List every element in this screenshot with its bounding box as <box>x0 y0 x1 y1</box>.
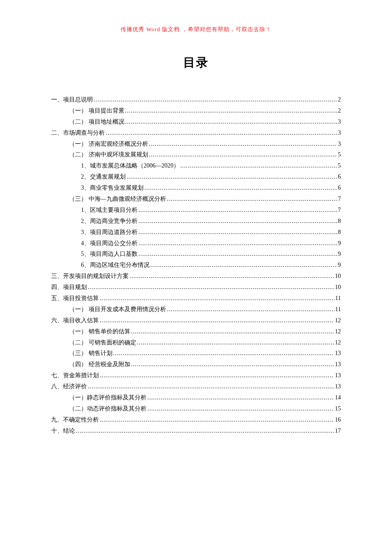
toc-entry[interactable]: 1、区域主要项目分析7 <box>51 205 341 216</box>
toc-entry-page: 10 <box>335 271 341 282</box>
toc-entry[interactable]: 五、项目投资估算11 <box>51 293 341 304</box>
toc-entry-page: 11 <box>335 293 341 304</box>
toc-leader-dots <box>144 182 337 194</box>
toc-leader-dots <box>137 337 334 348</box>
toc-entry-label: （一）静态评价指标及其分析 <box>69 392 147 403</box>
toc-leader-dots <box>100 414 334 425</box>
toc-entry[interactable]: 2、交通发展规划6 <box>51 171 341 182</box>
toc-entry[interactable]: （二）动态评价指标及其分析15 <box>51 403 341 414</box>
toc-entry-label: 二、市场调查与分析 <box>51 127 105 139</box>
toc-entry-label: （四） 经营税金及附加 <box>69 359 130 370</box>
toc-entry-label: （一） 济南宏观经济概况分析 <box>69 139 148 150</box>
toc-entry-page: 9 <box>338 260 341 271</box>
toc-entry[interactable]: （二） 济南中观环境发展规划5 <box>51 149 341 160</box>
toc-leader-dots <box>149 139 337 150</box>
toc-entry-label: 七、资金筹措计划 <box>51 370 99 381</box>
toc-entry-label: 6、周边区域住宅分布情况 <box>81 260 150 271</box>
toc-leader-dots <box>180 160 337 171</box>
toc-entry-page: 8 <box>338 227 341 238</box>
toc-leader-dots <box>138 238 337 249</box>
toc-entry-label: （三） 中海—九曲微观经济概况分析 <box>69 194 166 205</box>
toc-entry[interactable]: 二、市场调查与分析3 <box>51 127 341 139</box>
toc-leader-dots <box>88 381 334 392</box>
toc-leader-dots <box>138 249 337 260</box>
document-page: 传播优秀 Word 版文档 ，希望对您有帮助，可双击去除！ 目录 一、项目总说明… <box>0 0 392 462</box>
toc-entry[interactable]: 三、开发项目的规划设计方案10 <box>51 271 341 282</box>
toc-entry-page: 7 <box>338 205 341 216</box>
toc-entry[interactable]: （三） 中海—九曲微观经济概况分析7 <box>51 194 341 205</box>
toc-entry-label: （一） 销售单价的估算 <box>69 326 130 337</box>
toc-entry[interactable]: 6、周边区域住宅分布情况9 <box>51 260 341 271</box>
toc-entry-label: 1、区域主要项目分析 <box>81 205 138 216</box>
toc-entry[interactable]: 3、项目周边道路分析8 <box>51 227 341 238</box>
toc-entry[interactable]: 5、项目周边人口基数9 <box>51 249 341 260</box>
toc-entry[interactable]: 一、项目总说明2 <box>51 94 341 105</box>
toc-entry-page: 3 <box>338 116 341 127</box>
toc-entry[interactable]: （一） 销售单价的估算12 <box>51 326 341 337</box>
toc-entry-page: 15 <box>335 403 341 414</box>
toc-entry-page: 2 <box>338 105 341 116</box>
toc-entry-label: 四、项目规划 <box>51 282 87 293</box>
toc-entry-page: 16 <box>335 414 341 425</box>
toc-entry[interactable]: （一） 项目提出背景2 <box>51 105 341 116</box>
toc-entry-page: 3 <box>338 127 341 139</box>
toc-entry-label: 3、项目周边道路分析 <box>81 227 138 238</box>
toc-leader-dots <box>130 271 334 282</box>
toc-entry[interactable]: 1、城市发展总体战略（2006—2020）5 <box>51 160 341 171</box>
toc-leader-dots <box>100 315 334 326</box>
toc-entry-page: 7 <box>338 194 341 205</box>
toc-entry-label: 一、项目总说明 <box>51 94 93 105</box>
toc-entry-page: 12 <box>335 326 341 337</box>
toc-entry[interactable]: （三） 销售计划13 <box>51 348 341 359</box>
toc-entry-label: （二） 济南中观环境发展规划 <box>69 149 148 160</box>
toc-entry[interactable]: 四、项目规划10 <box>51 282 341 293</box>
toc-entry[interactable]: （一） 项目开发成本及费用情况分析11 <box>51 304 341 315</box>
toc-entry[interactable]: （一） 济南宏观经济概况分析3 <box>51 139 341 150</box>
toc-entry-page: 13 <box>335 348 341 359</box>
toc-entry-page: 3 <box>338 139 341 150</box>
header-note: 传播优秀 Word 版文档 ，希望对您有帮助，可双击去除！ <box>51 26 341 33</box>
toc-entry-page: 6 <box>338 182 341 194</box>
toc-leader-dots <box>131 326 334 337</box>
toc-entry[interactable]: 九、不确定性分析16 <box>51 414 341 425</box>
toc-leader-dots <box>100 370 334 381</box>
toc-leader-dots <box>125 105 337 116</box>
toc-entry-label: （二） 项目地址概况 <box>69 116 124 127</box>
toc-entry-label: 2、周边商业竞争分析 <box>81 216 138 227</box>
table-of-contents: 一、项目总说明2（一） 项目提出背景2（二） 项目地址概况3二、市场调查与分析3… <box>51 94 341 436</box>
toc-entry[interactable]: 2、周边商业竞争分析8 <box>51 216 341 227</box>
toc-leader-dots <box>149 149 337 160</box>
toc-entry-label: 三、开发项目的规划设计方案 <box>51 271 129 282</box>
toc-entry-page: 13 <box>335 359 341 370</box>
toc-entry[interactable]: 3、商业零售业发展规划6 <box>51 182 341 194</box>
toc-entry[interactable]: （二） 可销售面积的确定12 <box>51 337 341 348</box>
toc-entry[interactable]: 十、结论17 <box>51 425 341 436</box>
toc-entry[interactable]: 4、项目周边公交分析9 <box>51 238 341 249</box>
toc-leader-dots <box>127 171 337 182</box>
toc-entry[interactable]: （一）静态评价指标及其分析14 <box>51 392 341 403</box>
toc-entry-label: （二） 可销售面积的确定 <box>69 337 136 348</box>
toc-entry[interactable]: 七、资金筹措计划13 <box>51 370 341 381</box>
toc-entry-label: （一） 项目提出背景 <box>69 105 124 116</box>
toc-entry-label: 九、不确定性分析 <box>51 414 99 425</box>
toc-entry[interactable]: （二） 项目地址概况3 <box>51 116 341 127</box>
toc-leader-dots <box>167 194 337 205</box>
toc-entry-page: 13 <box>335 381 341 392</box>
toc-leader-dots <box>94 94 337 105</box>
toc-entry-label: 十、结论 <box>51 425 75 436</box>
toc-leader-dots <box>100 293 334 304</box>
toc-leader-dots <box>147 403 334 414</box>
toc-entry-page: 12 <box>335 315 341 326</box>
toc-entry-label: 八、经济评价 <box>51 381 87 392</box>
toc-entry[interactable]: 六、项目收入估算12 <box>51 315 341 326</box>
toc-entry-page: 5 <box>338 160 341 171</box>
toc-leader-dots <box>131 359 334 370</box>
toc-entry-label: （三） 销售计划 <box>69 348 112 359</box>
toc-leader-dots <box>106 127 337 139</box>
toc-entry-page: 13 <box>335 370 341 381</box>
toc-entry-page: 5 <box>338 149 341 160</box>
toc-entry-page: 12 <box>335 337 341 348</box>
toc-entry[interactable]: 八、经济评价13 <box>51 381 341 392</box>
toc-entry[interactable]: （四） 经营税金及附加13 <box>51 359 341 370</box>
toc-title: 目录 <box>51 55 341 71</box>
